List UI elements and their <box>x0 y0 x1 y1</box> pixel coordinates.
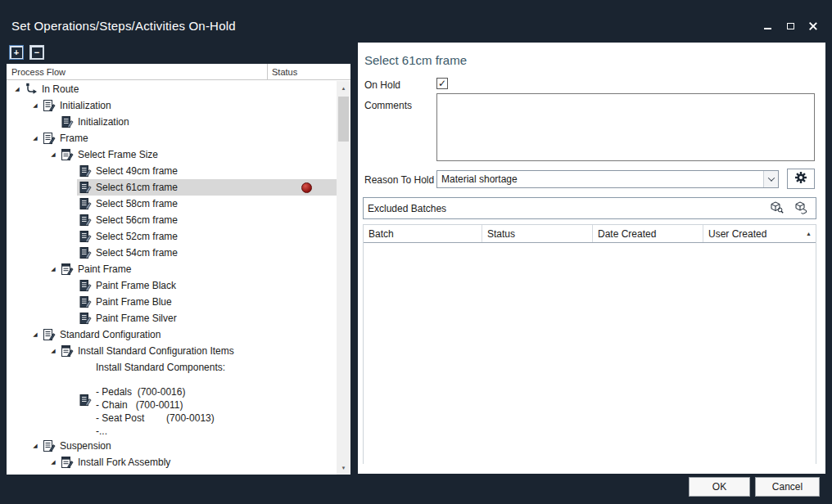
step-icon <box>79 246 92 259</box>
tree-item-label: Select 49cm frame <box>96 165 178 177</box>
tree-item[interactable]: ◢Paint Frame <box>7 261 337 277</box>
column-header-label: Status <box>272 67 297 77</box>
tree-item[interactable]: Initialization <box>7 114 337 130</box>
operation-icon <box>61 263 74 276</box>
maximize-button[interactable] <box>781 20 799 33</box>
tree-item[interactable]: ◢Suspension <box>7 438 337 454</box>
tree-item-label: Frame <box>60 133 88 144</box>
tree-item[interactable]: ◢Install Standard Configuration Items <box>7 343 337 359</box>
tree-item[interactable]: Select 52cm frame <box>7 228 337 245</box>
tree-item-label: Paint Frame <box>78 263 131 275</box>
maximize-icon <box>787 23 794 29</box>
column-header-label: Process Flow <box>11 67 66 77</box>
tree-item[interactable]: Install Standard Components: <box>7 359 337 376</box>
tree-item-label: Select 61cm frame <box>96 182 178 193</box>
batches-table-header: BatchStatusDate CreatedUser Created▲ <box>364 225 816 243</box>
tree-item-label: Install Standard Configuration Items <box>78 345 234 357</box>
expander-icon[interactable]: ◢ <box>29 97 41 114</box>
expander-icon[interactable]: ◢ <box>29 326 41 343</box>
tree-item-label: Select 58cm frame <box>96 198 178 209</box>
tree-item[interactable]: - Pedals (700-0016)- Chain (700-0011)- S… <box>7 385 337 438</box>
tree-item[interactable]: Select 58cm frame <box>7 196 337 212</box>
ok-button[interactable]: OK <box>689 477 750 497</box>
column-header-label: Status <box>487 228 515 240</box>
expand-all-button[interactable]: + <box>9 45 24 60</box>
tree-item[interactable]: ◢Initialization <box>7 97 337 114</box>
excluded-batches-title: Excluded Batches <box>368 203 762 214</box>
tree-item[interactable]: ◢Select Frame Size <box>7 146 337 163</box>
expander-icon[interactable]: ◢ <box>47 454 59 470</box>
on-hold-checkbox[interactable]: ✓ <box>436 78 448 89</box>
tree-item[interactable]: Select 54cm frame <box>7 245 337 261</box>
tree-indent <box>7 204 66 205</box>
tree-item[interactable]: ◢Standard Configuration <box>7 326 337 343</box>
collapse-all-button[interactable]: − <box>29 45 44 60</box>
close-button[interactable] <box>804 20 822 33</box>
minimize-button[interactable] <box>758 20 776 33</box>
process-flow-panel: Process Flow Status ◢In Route◢Initializa… <box>7 64 350 475</box>
minus-icon: − <box>32 47 43 58</box>
combo-dropdown-button[interactable] <box>763 171 778 187</box>
tree-indent <box>7 106 29 106</box>
column-header-label: Date Created <box>598 228 656 240</box>
excluded-batches-table: BatchStatusDate CreatedUser Created▲ <box>363 224 816 464</box>
tree-item[interactable]: Paint Frame Black <box>7 277 337 294</box>
tree-indent <box>7 302 66 303</box>
tree-item[interactable]: Paint Frame Silver <box>7 310 337 326</box>
tree-item-label: Suspension <box>60 440 111 452</box>
expander-icon[interactable]: ◢ <box>47 146 59 163</box>
titlebar: Set Operations/Steps/Activities On-Hold <box>0 0 832 41</box>
route-icon <box>25 83 38 96</box>
tree-item-label: Standard Configuration <box>60 329 161 340</box>
expander-icon[interactable]: ◢ <box>47 261 59 277</box>
column-header-label: User Created <box>708 228 766 240</box>
tree-scrollbar[interactable]: ▲ ▼ <box>337 81 350 475</box>
tree-item-label: Select 54cm frame <box>96 247 178 259</box>
selected-step-title: Select 61cm frame <box>364 53 467 67</box>
expander-icon[interactable]: ◢ <box>11 81 23 97</box>
scroll-down-icon[interactable]: ▼ <box>337 461 350 475</box>
tree-indent <box>7 351 47 352</box>
step-icon <box>79 295 92 308</box>
tree-item-label: Select 52cm frame <box>96 231 178 242</box>
column-header-date-created[interactable]: Date Created <box>593 225 703 242</box>
comments-input[interactable] <box>436 93 815 161</box>
operation-icon <box>61 456 74 469</box>
tree-item-label: - Pedals (700-0016)- Chain (700-0011)- S… <box>96 385 215 438</box>
batches-table-body[interactable] <box>364 243 816 464</box>
tree-indent <box>7 171 66 172</box>
batch-group-icon <box>794 200 808 217</box>
step-icon <box>79 164 92 178</box>
column-header-user-created[interactable]: User Created▲ <box>703 225 816 242</box>
category-icon <box>43 328 56 341</box>
column-header-status[interactable]: Status <box>267 64 350 79</box>
reason-selected-value: Material shortage <box>437 173 763 185</box>
tree-item[interactable]: ◢In Route <box>7 81 337 97</box>
tree-item[interactable]: Paint Frame Blue <box>7 294 337 310</box>
tree-item-label: Select 56cm frame <box>96 214 178 226</box>
scroll-up-icon[interactable]: ▲ <box>337 81 350 95</box>
tree-item[interactable]: Select 56cm frame <box>7 212 337 228</box>
tree-item-label: Install Fork Assembly <box>78 457 170 468</box>
tree-indent <box>7 335 29 335</box>
column-header-batch[interactable]: Batch <box>364 225 482 242</box>
tree-item[interactable]: ◢Frame <box>7 130 337 146</box>
column-header-status[interactable]: Status <box>482 225 593 242</box>
tree-item[interactable]: Select 61cm frame <box>7 179 337 196</box>
scrollbar-thumb[interactable] <box>338 97 349 142</box>
reason-settings-button[interactable] <box>787 169 815 189</box>
expander-icon[interactable]: ◢ <box>29 438 41 454</box>
sort-ascending-icon: ▲ <box>806 231 812 236</box>
reason-to-hold-select[interactable]: Material shortage <box>436 170 779 188</box>
expander-icon[interactable]: ◢ <box>47 343 59 359</box>
tree-toolbar: + − <box>9 45 44 60</box>
cancel-button[interactable]: Cancel <box>755 477 820 497</box>
expander-icon[interactable]: ◢ <box>29 130 41 146</box>
column-header-process-flow[interactable]: Process Flow <box>7 64 267 79</box>
tree-item[interactable]: Select 49cm frame <box>7 163 337 179</box>
tree-item[interactable]: ◢Install Fork Assembly <box>7 454 337 470</box>
select-batches-button[interactable] <box>790 200 812 217</box>
tree-item-label: Initialization <box>60 100 111 111</box>
tree-indent <box>7 220 66 221</box>
find-batches-button[interactable] <box>766 200 787 217</box>
